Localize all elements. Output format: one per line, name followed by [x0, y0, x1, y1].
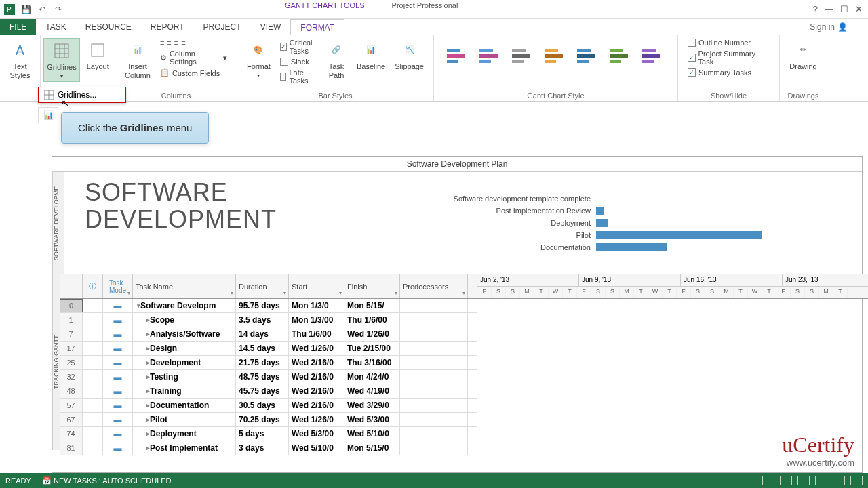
text-styles-button[interactable]: AText Styles: [7, 38, 34, 81]
predecessor-cell[interactable]: [400, 384, 468, 398]
task-name-cell[interactable]: ▸ Pilot: [133, 413, 236, 426]
task-name-cell[interactable]: ▸ Analysis/Software: [133, 327, 236, 341]
table-row[interactable]: 25▬▸ Development21.75 daysWed 2/16/0Thu …: [60, 356, 477, 370]
row-number[interactable]: 17: [60, 342, 83, 355]
finish-cell[interactable]: Mon 5/15/: [344, 299, 400, 312]
start-cell[interactable]: Mon 1/3/00: [289, 313, 344, 327]
duration-cell[interactable]: 14 days: [236, 327, 289, 341]
task-mode-cell[interactable]: ▬: [103, 427, 133, 441]
table-row[interactable]: 1▬▸ Scope3.5 daysMon 1/3/00Thu 1/6/00: [60, 313, 477, 327]
tab-resource[interactable]: RESOURCE: [76, 19, 141, 35]
finish-cell[interactable]: Wed 3/29/0: [344, 399, 400, 412]
progress-lines-menu-item[interactable]: 📊: [38, 107, 58, 123]
predecessor-cell[interactable]: [400, 399, 468, 412]
finish-cell[interactable]: Wed 5/3/00: [344, 413, 400, 426]
row-number[interactable]: 25: [60, 356, 83, 369]
project-summary-checkbox[interactable]: ✓Project Summary Task: [685, 49, 772, 66]
gantt-style-option[interactable]: [639, 41, 669, 70]
finish-cell[interactable]: Wed 5/10/0: [344, 427, 400, 441]
predecessor-cell[interactable]: [400, 427, 468, 441]
row-number[interactable]: 81: [60, 441, 83, 455]
table-row[interactable]: 81▬▸ Post Implementat3 daysWed 5/10/0Mon…: [60, 441, 477, 455]
view-shortcut[interactable]: [797, 476, 810, 485]
col-indicators[interactable]: ⓘ: [83, 274, 103, 298]
duration-cell[interactable]: 5 days: [236, 427, 289, 441]
row-number[interactable]: 1: [60, 313, 83, 327]
col-task-mode[interactable]: Task Mode▾: [103, 274, 133, 298]
gantt-style-option[interactable]: [509, 41, 538, 70]
task-name-cell[interactable]: ▸ Post Implementat: [133, 441, 236, 455]
gantt-style-option[interactable]: [574, 41, 604, 70]
minimize-button[interactable]: —: [825, 4, 833, 14]
gridlines-menu-item[interactable]: Gridlines...: [39, 87, 125, 102]
drawing-button[interactable]: ✏Drawing: [787, 38, 819, 73]
undo-button[interactable]: ↶: [35, 3, 49, 16]
view-shortcut[interactable]: [815, 476, 827, 485]
task-mode-cell[interactable]: ▬: [103, 327, 133, 341]
gantt-style-option[interactable]: [476, 41, 506, 70]
predecessor-cell[interactable]: [400, 356, 468, 369]
predecessor-cell[interactable]: [400, 299, 468, 312]
table-row[interactable]: 7▬▸ Analysis/Software14 daysThu 1/6/00We…: [60, 327, 477, 342]
gantt-chart-area[interactable]: Jun 2, '13Jun 9, '13Jun 16, '13Jun 23, '…: [477, 274, 868, 450]
task-name-cell[interactable]: ▾ Software Developm: [133, 299, 236, 312]
tab-project[interactable]: PROJECT: [194, 19, 251, 35]
row-number[interactable]: 74: [60, 427, 83, 441]
task-mode-cell[interactable]: ▬: [103, 384, 133, 398]
status-new-tasks[interactable]: 📅 NEW TASKS : AUTO SCHEDULED: [42, 476, 172, 485]
gantt-style-option[interactable]: [443, 41, 473, 70]
table-row[interactable]: 17▬▸ Design14.5 daysWed 1/26/0Tue 2/15/0…: [60, 342, 477, 356]
start-cell[interactable]: Mon 1/3/0: [289, 299, 344, 312]
slippage-button[interactable]: 📉Slippage: [392, 38, 427, 73]
row-number[interactable]: 67: [60, 413, 83, 426]
tab-file[interactable]: FILE: [0, 19, 36, 35]
row-number[interactable]: 7: [60, 327, 83, 341]
predecessor-cell[interactable]: [400, 441, 468, 455]
view-shortcut[interactable]: [850, 476, 863, 485]
task-mode-cell[interactable]: ▬: [103, 356, 133, 369]
duration-cell[interactable]: 95.75 days: [236, 299, 289, 312]
task-mode-cell[interactable]: ▬: [103, 313, 133, 327]
row-number[interactable]: 57: [60, 399, 83, 412]
signin-link[interactable]: Sign in 👤: [810, 19, 868, 35]
duration-cell[interactable]: 14.5 days: [236, 342, 289, 355]
finish-cell[interactable]: Thu 1/6/00: [344, 313, 400, 327]
col-start[interactable]: Start▾: [289, 274, 344, 298]
start-cell[interactable]: Wed 2/16/0: [289, 399, 344, 412]
column-settings-button[interactable]: ⚙ Column Settings ▾: [157, 49, 230, 66]
duration-cell[interactable]: 3 days: [236, 441, 289, 455]
start-cell[interactable]: Wed 5/10/0: [289, 441, 344, 455]
start-cell[interactable]: Thu 1/6/00: [289, 327, 344, 341]
tab-view[interactable]: VIEW: [251, 19, 291, 35]
save-button[interactable]: 💾: [19, 3, 33, 16]
finish-cell[interactable]: Thu 3/16/00: [344, 356, 400, 369]
table-row[interactable]: 48▬▸ Training45.75 daysWed 2/16/0Wed 4/1…: [60, 384, 477, 399]
start-cell[interactable]: Wed 2/16/0: [289, 356, 344, 369]
duration-cell[interactable]: 21.75 days: [236, 356, 289, 369]
tab-task[interactable]: TASK: [36, 19, 75, 35]
task-mode-cell[interactable]: ▬: [103, 299, 133, 312]
view-shortcut[interactable]: [762, 476, 774, 485]
tab-format[interactable]: FORMAT: [290, 19, 344, 35]
close-button[interactable]: ✕: [855, 4, 863, 14]
view-shortcut[interactable]: [780, 476, 792, 485]
finish-cell[interactable]: Wed 4/19/0: [344, 384, 400, 398]
task-mode-cell[interactable]: ▬: [103, 342, 133, 355]
task-name-cell[interactable]: ▸ Design: [133, 342, 236, 355]
critical-tasks-checkbox[interactable]: ✓Critical Tasks: [277, 38, 319, 56]
duration-cell[interactable]: 48.75 days: [236, 370, 289, 384]
task-name-cell[interactable]: ▸ Training: [133, 384, 236, 398]
gantt-style-gallery[interactable]: [441, 38, 671, 73]
finish-cell[interactable]: Wed 1/26/0: [344, 327, 400, 341]
row-number[interactable]: 0: [60, 299, 83, 312]
gridlines-button[interactable]: Gridlines▾: [43, 38, 79, 82]
format-button[interactable]: 🎨Format▾: [244, 38, 273, 81]
custom-fields-button[interactable]: 📋 Custom Fields: [157, 68, 230, 78]
insert-column-button[interactable]: 📊Insert Column: [122, 38, 153, 81]
predecessor-cell[interactable]: [400, 413, 468, 426]
task-name-cell[interactable]: ▸ Testing: [133, 370, 236, 384]
start-cell[interactable]: Wed 1/26/0: [289, 413, 344, 426]
task-mode-cell[interactable]: ▬: [103, 399, 133, 412]
baseline-button[interactable]: 📊Baseline: [354, 38, 388, 73]
duration-cell[interactable]: 70.25 days: [236, 413, 289, 426]
